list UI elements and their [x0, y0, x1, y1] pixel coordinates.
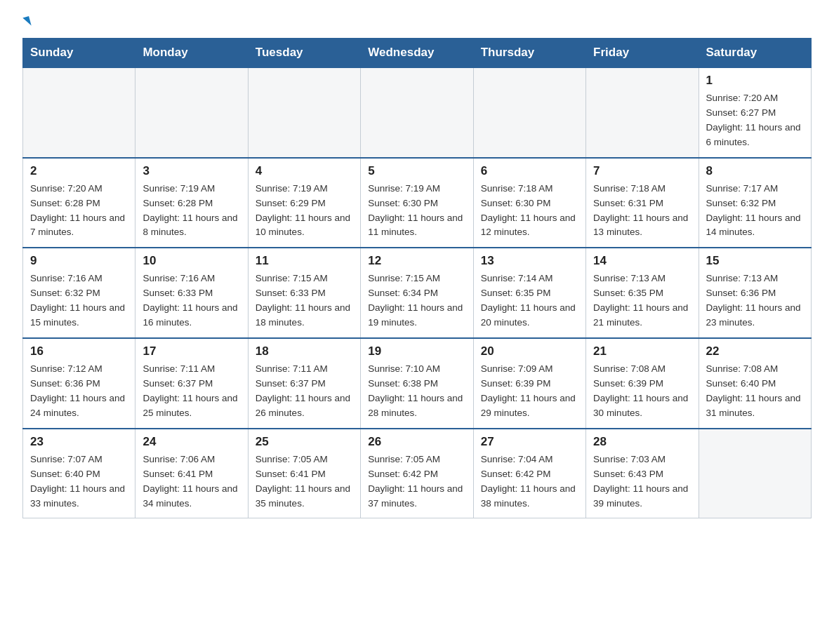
day-number: 16	[30, 344, 128, 358]
calendar-cell	[699, 429, 811, 518]
day-number: 11	[256, 254, 353, 268]
day-info: Sunrise: 7:16 AMSunset: 6:33 PMDaylight:…	[143, 271, 240, 330]
page-header	[22, 17, 812, 25]
day-number: 19	[368, 344, 465, 358]
calendar-cell: 12Sunrise: 7:15 AMSunset: 6:34 PMDayligh…	[361, 248, 473, 338]
calendar-cell: 11Sunrise: 7:15 AMSunset: 6:33 PMDayligh…	[248, 248, 360, 338]
calendar-cell: 17Sunrise: 7:11 AMSunset: 6:37 PMDayligh…	[135, 338, 248, 429]
day-info: Sunrise: 7:18 AMSunset: 6:30 PMDaylight:…	[481, 182, 578, 241]
calendar-cell: 10Sunrise: 7:16 AMSunset: 6:33 PMDayligh…	[135, 248, 248, 338]
calendar-cell: 22Sunrise: 7:08 AMSunset: 6:40 PMDayligh…	[699, 338, 811, 429]
calendar-cell: 15Sunrise: 7:13 AMSunset: 6:36 PMDayligh…	[699, 248, 811, 338]
calendar-week-row: 1Sunrise: 7:20 AMSunset: 6:27 PMDaylight…	[23, 67, 812, 158]
day-of-week-header: Friday	[586, 39, 699, 68]
calendar-cell: 27Sunrise: 7:04 AMSunset: 6:42 PMDayligh…	[473, 429, 585, 518]
day-number: 24	[143, 435, 240, 449]
day-number: 7	[593, 164, 691, 178]
day-number: 18	[256, 344, 353, 358]
day-info: Sunrise: 7:12 AMSunset: 6:36 PMDaylight:…	[30, 362, 128, 421]
day-info: Sunrise: 7:15 AMSunset: 6:33 PMDaylight:…	[256, 271, 353, 330]
day-info: Sunrise: 7:07 AMSunset: 6:40 PMDaylight:…	[30, 452, 128, 511]
day-number: 20	[481, 344, 578, 358]
day-number: 4	[256, 164, 353, 178]
calendar-cell: 6Sunrise: 7:18 AMSunset: 6:30 PMDaylight…	[473, 158, 585, 248]
day-info: Sunrise: 7:20 AMSunset: 6:27 PMDaylight:…	[706, 91, 804, 150]
day-number: 8	[706, 164, 804, 178]
day-info: Sunrise: 7:05 AMSunset: 6:42 PMDaylight:…	[368, 452, 465, 511]
calendar-cell	[135, 67, 248, 158]
day-info: Sunrise: 7:08 AMSunset: 6:39 PMDaylight:…	[593, 362, 691, 421]
calendar-cell: 13Sunrise: 7:14 AMSunset: 6:35 PMDayligh…	[473, 248, 585, 338]
calendar-cell	[473, 67, 585, 158]
day-number: 25	[256, 435, 353, 449]
day-info: Sunrise: 7:18 AMSunset: 6:31 PMDaylight:…	[593, 182, 691, 241]
calendar-cell	[361, 67, 473, 158]
day-info: Sunrise: 7:19 AMSunset: 6:30 PMDaylight:…	[368, 182, 465, 241]
calendar-cell: 20Sunrise: 7:09 AMSunset: 6:39 PMDayligh…	[473, 338, 585, 429]
calendar-cell: 4Sunrise: 7:19 AMSunset: 6:29 PMDaylight…	[248, 158, 360, 248]
day-info: Sunrise: 7:06 AMSunset: 6:41 PMDaylight:…	[143, 452, 240, 511]
calendar-cell: 16Sunrise: 7:12 AMSunset: 6:36 PMDayligh…	[23, 338, 135, 429]
day-number: 17	[143, 344, 240, 358]
day-number: 22	[706, 344, 804, 358]
day-info: Sunrise: 7:09 AMSunset: 6:39 PMDaylight:…	[481, 362, 578, 421]
calendar-cell	[248, 67, 360, 158]
day-info: Sunrise: 7:03 AMSunset: 6:43 PMDaylight:…	[593, 452, 691, 511]
calendar-header-row: SundayMondayTuesdayWednesdayThursdayFrid…	[23, 39, 812, 68]
day-info: Sunrise: 7:08 AMSunset: 6:40 PMDaylight:…	[706, 362, 804, 421]
day-number: 21	[593, 344, 691, 358]
calendar-week-row: 2Sunrise: 7:20 AMSunset: 6:28 PMDaylight…	[23, 158, 812, 248]
day-number: 1	[706, 74, 804, 88]
calendar-cell: 23Sunrise: 7:07 AMSunset: 6:40 PMDayligh…	[23, 429, 135, 518]
calendar-cell: 9Sunrise: 7:16 AMSunset: 6:32 PMDaylight…	[23, 248, 135, 338]
calendar-cell: 25Sunrise: 7:05 AMSunset: 6:41 PMDayligh…	[248, 429, 360, 518]
day-number: 13	[481, 254, 578, 268]
calendar-cell	[23, 67, 135, 158]
calendar-cell: 7Sunrise: 7:18 AMSunset: 6:31 PMDaylight…	[586, 158, 699, 248]
day-number: 15	[706, 254, 804, 268]
day-info: Sunrise: 7:05 AMSunset: 6:41 PMDaylight:…	[256, 452, 353, 511]
day-of-week-header: Saturday	[699, 39, 811, 68]
calendar-cell: 18Sunrise: 7:11 AMSunset: 6:37 PMDayligh…	[248, 338, 360, 429]
day-number: 12	[368, 254, 465, 268]
calendar-cell: 19Sunrise: 7:10 AMSunset: 6:38 PMDayligh…	[361, 338, 473, 429]
day-of-week-header: Wednesday	[361, 39, 473, 68]
day-number: 3	[143, 164, 240, 178]
day-info: Sunrise: 7:04 AMSunset: 6:42 PMDaylight:…	[481, 452, 578, 511]
day-number: 14	[593, 254, 691, 268]
day-number: 10	[143, 254, 240, 268]
day-of-week-header: Thursday	[473, 39, 585, 68]
day-of-week-header: Monday	[135, 39, 248, 68]
logo-arrow-icon	[22, 16, 31, 27]
calendar-cell: 14Sunrise: 7:13 AMSunset: 6:35 PMDayligh…	[586, 248, 699, 338]
calendar-cell: 8Sunrise: 7:17 AMSunset: 6:32 PMDaylight…	[699, 158, 811, 248]
day-info: Sunrise: 7:20 AMSunset: 6:28 PMDaylight:…	[30, 182, 128, 241]
day-info: Sunrise: 7:17 AMSunset: 6:32 PMDaylight:…	[706, 182, 804, 241]
day-info: Sunrise: 7:13 AMSunset: 6:36 PMDaylight:…	[706, 271, 804, 330]
day-number: 26	[368, 435, 465, 449]
calendar-cell	[586, 67, 699, 158]
day-of-week-header: Sunday	[23, 39, 135, 68]
logo	[22, 17, 30, 25]
day-info: Sunrise: 7:19 AMSunset: 6:28 PMDaylight:…	[143, 182, 240, 241]
day-number: 28	[593, 435, 691, 449]
calendar-week-row: 16Sunrise: 7:12 AMSunset: 6:36 PMDayligh…	[23, 338, 812, 429]
day-info: Sunrise: 7:16 AMSunset: 6:32 PMDaylight:…	[30, 271, 128, 330]
calendar-cell: 21Sunrise: 7:08 AMSunset: 6:39 PMDayligh…	[586, 338, 699, 429]
day-number: 6	[481, 164, 578, 178]
calendar-cell: 3Sunrise: 7:19 AMSunset: 6:28 PMDaylight…	[135, 158, 248, 248]
day-number: 23	[30, 435, 128, 449]
day-info: Sunrise: 7:13 AMSunset: 6:35 PMDaylight:…	[593, 271, 691, 330]
day-info: Sunrise: 7:11 AMSunset: 6:37 PMDaylight:…	[256, 362, 353, 421]
calendar-week-row: 9Sunrise: 7:16 AMSunset: 6:32 PMDaylight…	[23, 248, 812, 338]
day-info: Sunrise: 7:15 AMSunset: 6:34 PMDaylight:…	[368, 271, 465, 330]
calendar-cell: 5Sunrise: 7:19 AMSunset: 6:30 PMDaylight…	[361, 158, 473, 248]
calendar-table: SundayMondayTuesdayWednesdayThursdayFrid…	[22, 38, 812, 518]
day-info: Sunrise: 7:14 AMSunset: 6:35 PMDaylight:…	[481, 271, 578, 330]
day-number: 2	[30, 164, 128, 178]
day-info: Sunrise: 7:19 AMSunset: 6:29 PMDaylight:…	[256, 182, 353, 241]
calendar-cell: 2Sunrise: 7:20 AMSunset: 6:28 PMDaylight…	[23, 158, 135, 248]
day-number: 5	[368, 164, 465, 178]
day-info: Sunrise: 7:10 AMSunset: 6:38 PMDaylight:…	[368, 362, 465, 421]
day-number: 27	[481, 435, 578, 449]
